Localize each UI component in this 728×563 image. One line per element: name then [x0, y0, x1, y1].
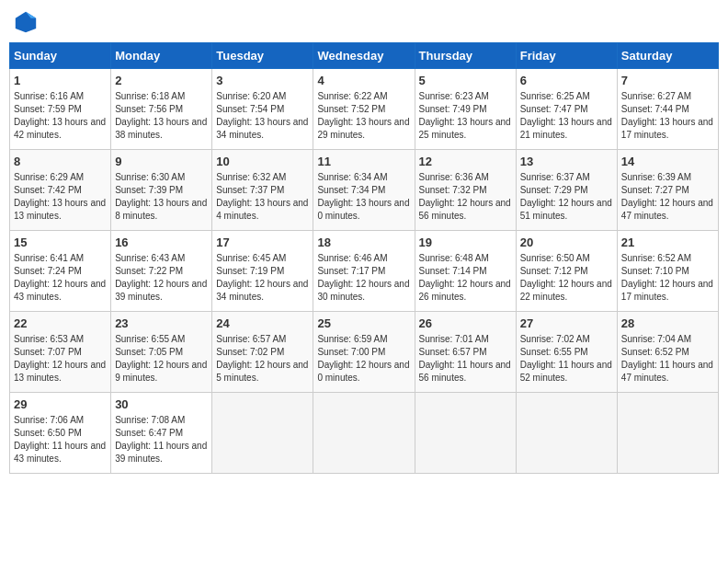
- calendar-cell: 24 Sunrise: 6:57 AM Sunset: 7:02 PM Dayl…: [212, 312, 313, 393]
- daylight-label: Daylight: 12 hours and 0 minutes.: [317, 360, 409, 383]
- sunrise-label: Sunrise: 6:34 AM: [317, 172, 387, 182]
- calendar-cell: 10 Sunrise: 6:32 AM Sunset: 7:37 PM Dayl…: [212, 150, 313, 231]
- calendar-cell: 4 Sunrise: 6:22 AM Sunset: 7:52 PM Dayli…: [313, 69, 415, 150]
- calendar-cell: 13 Sunrise: 6:37 AM Sunset: 7:29 PM Dayl…: [516, 150, 617, 231]
- cell-info: Sunrise: 6:59 AM Sunset: 7:00 PM Dayligh…: [317, 333, 410, 385]
- cell-info: Sunrise: 6:36 AM Sunset: 7:32 PM Dayligh…: [419, 171, 512, 223]
- sunset-label: Sunset: 7:07 PM: [14, 347, 82, 357]
- day-number: 19: [419, 236, 512, 249]
- calendar-cell: 8 Sunrise: 6:29 AM Sunset: 7:42 PM Dayli…: [10, 150, 111, 231]
- daylight-label: Daylight: 12 hours and 17 minutes.: [621, 279, 713, 302]
- calendar-cell: 12 Sunrise: 6:36 AM Sunset: 7:32 PM Dayl…: [415, 150, 516, 231]
- calendar-cell: 18 Sunrise: 6:46 AM Sunset: 7:17 PM Dayl…: [313, 231, 415, 312]
- sunset-label: Sunset: 7:22 PM: [115, 266, 183, 276]
- daylight-label: Daylight: 12 hours and 5 minutes.: [216, 360, 308, 383]
- day-number: 7: [621, 74, 714, 87]
- daylight-label: Daylight: 11 hours and 56 minutes.: [419, 360, 511, 383]
- day-number: 17: [216, 236, 309, 249]
- sunset-label: Sunset: 7:17 PM: [317, 266, 385, 276]
- sunset-label: Sunset: 7:34 PM: [317, 185, 385, 195]
- calendar-cell: 27 Sunrise: 7:02 AM Sunset: 6:55 PM Dayl…: [516, 312, 617, 393]
- cell-info: Sunrise: 6:22 AM Sunset: 7:52 PM Dayligh…: [317, 90, 410, 142]
- calendar-week-row: 8 Sunrise: 6:29 AM Sunset: 7:42 PM Dayli…: [10, 150, 719, 231]
- sunrise-label: Sunrise: 6:16 AM: [14, 91, 84, 101]
- sunset-label: Sunset: 7:32 PM: [419, 185, 487, 195]
- sunset-label: Sunset: 7:10 PM: [621, 266, 689, 276]
- calendar-header-row: SundayMondayTuesdayWednesdayThursdayFrid…: [10, 43, 719, 69]
- sunrise-label: Sunrise: 7:08 AM: [115, 415, 185, 425]
- logo: [13, 9, 42, 35]
- day-number: 8: [14, 155, 107, 168]
- cell-info: Sunrise: 6:16 AM Sunset: 7:59 PM Dayligh…: [14, 90, 107, 142]
- day-number: 4: [317, 74, 410, 87]
- calendar-table: SundayMondayTuesdayWednesdayThursdayFrid…: [9, 42, 719, 474]
- daylight-label: Daylight: 12 hours and 30 minutes.: [317, 279, 409, 302]
- sunrise-label: Sunrise: 6:59 AM: [317, 334, 387, 344]
- cell-info: Sunrise: 6:41 AM Sunset: 7:24 PM Dayligh…: [14, 252, 107, 304]
- sunset-label: Sunset: 7:39 PM: [115, 185, 183, 195]
- calendar-day-header: Tuesday: [212, 43, 313, 69]
- sunrise-label: Sunrise: 6:20 AM: [216, 91, 286, 101]
- calendar-cell: 29 Sunrise: 7:06 AM Sunset: 6:50 PM Dayl…: [10, 393, 111, 474]
- cell-info: Sunrise: 6:20 AM Sunset: 7:54 PM Dayligh…: [216, 90, 309, 142]
- day-number: 3: [216, 74, 309, 87]
- calendar-cell: 21 Sunrise: 6:52 AM Sunset: 7:10 PM Dayl…: [617, 231, 718, 312]
- sunrise-label: Sunrise: 6:23 AM: [419, 91, 489, 101]
- sunset-label: Sunset: 7:12 PM: [520, 266, 588, 276]
- calendar-cell: [212, 393, 313, 474]
- calendar-cell: 5 Sunrise: 6:23 AM Sunset: 7:49 PM Dayli…: [415, 69, 516, 150]
- sunset-label: Sunset: 7:44 PM: [621, 104, 689, 114]
- sunset-label: Sunset: 6:50 PM: [14, 428, 82, 438]
- daylight-label: Daylight: 13 hours and 13 minutes.: [14, 198, 106, 221]
- sunrise-label: Sunrise: 6:46 AM: [317, 253, 387, 263]
- calendar-cell: 9 Sunrise: 6:30 AM Sunset: 7:39 PM Dayli…: [111, 150, 212, 231]
- sunrise-label: Sunrise: 7:06 AM: [14, 415, 84, 425]
- calendar-cell: 16 Sunrise: 6:43 AM Sunset: 7:22 PM Dayl…: [111, 231, 212, 312]
- day-number: 24: [216, 316, 309, 330]
- sunset-label: Sunset: 7:00 PM: [317, 347, 385, 357]
- sunrise-label: Sunrise: 6:22 AM: [317, 91, 387, 101]
- sunrise-label: Sunrise: 6:52 AM: [621, 253, 691, 263]
- day-number: 13: [520, 155, 613, 168]
- calendar-cell: 6 Sunrise: 6:25 AM Sunset: 7:47 PM Dayli…: [516, 69, 617, 150]
- sunrise-label: Sunrise: 6:55 AM: [115, 334, 185, 344]
- logo-icon: [13, 9, 39, 35]
- sunrise-label: Sunrise: 7:01 AM: [419, 334, 489, 344]
- daylight-label: Daylight: 12 hours and 56 minutes.: [419, 198, 511, 221]
- daylight-label: Daylight: 13 hours and 8 minutes.: [115, 198, 207, 221]
- daylight-label: Daylight: 13 hours and 17 minutes.: [621, 117, 713, 140]
- daylight-label: Daylight: 11 hours and 52 minutes.: [520, 360, 612, 383]
- sunrise-label: Sunrise: 6:57 AM: [216, 334, 286, 344]
- daylight-label: Daylight: 12 hours and 43 minutes.: [14, 279, 106, 302]
- cell-info: Sunrise: 6:46 AM Sunset: 7:17 PM Dayligh…: [317, 252, 410, 304]
- calendar-week-row: 29 Sunrise: 7:06 AM Sunset: 6:50 PM Dayl…: [10, 393, 719, 474]
- sunset-label: Sunset: 7:29 PM: [520, 185, 588, 195]
- calendar-cell: 1 Sunrise: 6:16 AM Sunset: 7:59 PM Dayli…: [10, 69, 111, 150]
- daylight-label: Daylight: 12 hours and 26 minutes.: [419, 279, 511, 302]
- day-number: 30: [115, 397, 208, 411]
- calendar-cell: 2 Sunrise: 6:18 AM Sunset: 7:56 PM Dayli…: [111, 69, 212, 150]
- calendar-day-header: Friday: [516, 43, 617, 69]
- calendar-day-header: Wednesday: [313, 43, 415, 69]
- day-number: 1: [14, 74, 107, 87]
- cell-info: Sunrise: 6:25 AM Sunset: 7:47 PM Dayligh…: [520, 90, 613, 142]
- calendar-cell: 30 Sunrise: 7:08 AM Sunset: 6:47 PM Dayl…: [111, 393, 212, 474]
- cell-info: Sunrise: 6:18 AM Sunset: 7:56 PM Dayligh…: [115, 90, 208, 142]
- calendar-cell: 25 Sunrise: 6:59 AM Sunset: 7:00 PM Dayl…: [313, 312, 415, 393]
- daylight-label: Daylight: 12 hours and 13 minutes.: [14, 360, 106, 383]
- cell-info: Sunrise: 6:23 AM Sunset: 7:49 PM Dayligh…: [419, 90, 512, 142]
- daylight-label: Daylight: 12 hours and 22 minutes.: [520, 279, 612, 302]
- sunrise-label: Sunrise: 6:53 AM: [14, 334, 84, 344]
- daylight-label: Daylight: 13 hours and 0 minutes.: [317, 198, 409, 221]
- daylight-label: Daylight: 12 hours and 9 minutes.: [115, 360, 207, 383]
- sunrise-label: Sunrise: 6:18 AM: [115, 91, 185, 101]
- day-number: 14: [621, 155, 714, 168]
- daylight-label: Daylight: 13 hours and 21 minutes.: [520, 117, 612, 140]
- cell-info: Sunrise: 6:57 AM Sunset: 7:02 PM Dayligh…: [216, 333, 309, 385]
- sunset-label: Sunset: 6:55 PM: [520, 347, 588, 357]
- day-number: 10: [216, 155, 309, 168]
- day-number: 6: [520, 74, 613, 87]
- sunrise-label: Sunrise: 6:25 AM: [520, 91, 590, 101]
- sunset-label: Sunset: 7:24 PM: [14, 266, 82, 276]
- sunset-label: Sunset: 7:49 PM: [419, 104, 487, 114]
